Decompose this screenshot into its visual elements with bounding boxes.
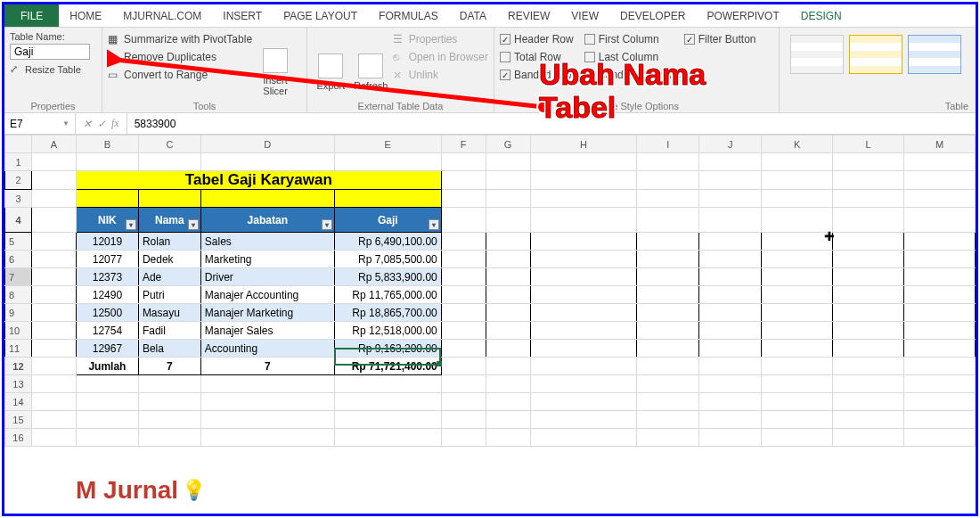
col-M[interactable]: M [904, 136, 976, 153]
refresh-icon [358, 53, 383, 78]
row-11[interactable]: 11 [5, 340, 32, 358]
pivot-icon: ▦ [108, 33, 120, 45]
ribbon-tabs: FILE HOME MJURNAL.COM INSERT PAGE LAYOUT… [4, 4, 976, 28]
group-styles-label: Table [780, 101, 976, 111]
resize-table-button[interactable]: ⤢Resize Table [10, 63, 96, 76]
row-4[interactable]: 4 [5, 208, 32, 233]
filter-icon[interactable]: ▾ [126, 219, 136, 230]
row-13[interactable]: 13 [5, 375, 32, 393]
accept-formula-icon[interactable]: ✓ [97, 118, 106, 130]
row-15[interactable]: 15 [5, 411, 32, 429]
hdr-gaji[interactable]: Gaji▾ [334, 208, 441, 233]
col-E[interactable]: E [334, 136, 441, 153]
annotation-text: Ubah Nama Tabel [539, 58, 706, 125]
tab-mjurnal[interactable]: MJURNAL.COM [112, 4, 212, 27]
table-title: Tabel Gaji Karyawan [76, 171, 441, 190]
col-D[interactable]: D [200, 136, 334, 153]
row-16[interactable]: 16 [5, 429, 32, 447]
export-icon [318, 53, 343, 78]
table-name-label: Table Name: [10, 31, 96, 42]
row-10[interactable]: 10 [5, 322, 32, 340]
chk-header-row[interactable]: ✓Header Row [500, 31, 581, 47]
hdr-nama[interactable]: Nama▾ [138, 208, 200, 233]
bulb-icon: 💡 [182, 479, 206, 502]
col-A[interactable]: A [31, 136, 76, 153]
ribbon: Table Name: ⤢Resize Table Properties ▦Su… [4, 28, 976, 113]
chk-filter-button[interactable]: ✓Filter Button [684, 31, 756, 47]
tab-design[interactable]: DESIGN [790, 4, 853, 27]
fx-icon[interactable]: fx [111, 117, 119, 130]
tab-review[interactable]: REVIEW [497, 4, 560, 27]
unlink-icon: ⤫ [393, 69, 405, 81]
group-external-label: External Table Data [307, 101, 494, 111]
select-all-corner[interactable] [5, 136, 32, 153]
resize-icon: ⤢ [10, 63, 22, 76]
filter-icon[interactable]: ▾ [322, 219, 332, 230]
row-5[interactable]: 5 [5, 233, 32, 251]
col-B[interactable]: B [76, 136, 138, 153]
group-properties-label: Properties [4, 101, 102, 111]
row-9[interactable]: 9 [5, 304, 32, 322]
col-H[interactable]: H [530, 136, 637, 153]
table-style-2[interactable] [849, 35, 902, 74]
row-3[interactable]: 3 [5, 190, 32, 208]
convert-to-range[interactable]: ▭Convert to Range [108, 67, 252, 83]
ext-properties: ☰Properties [393, 31, 488, 47]
tab-formulas[interactable]: FORMULAS [368, 4, 449, 27]
row-1[interactable]: 1 [5, 153, 32, 171]
filter-icon[interactable]: ▾ [429, 219, 439, 230]
tab-developer[interactable]: DEVELOPER [609, 4, 696, 27]
summarize-pivottable[interactable]: ▦Summarize with PivotTable [108, 31, 252, 47]
browser-icon: ⎋ [393, 51, 405, 63]
col-I[interactable]: I [637, 136, 699, 153]
table-name-input[interactable] [10, 44, 90, 60]
dedup-icon: ⎘ [108, 51, 120, 63]
watermark: M Jurnal💡 [76, 476, 206, 505]
unlink: ⤫Unlink [393, 67, 488, 83]
table-style-3[interactable] [908, 35, 961, 74]
range-icon: ▭ [108, 69, 120, 81]
chk-first-col[interactable]: First Column [584, 31, 681, 47]
filter-icon[interactable]: ▾ [188, 219, 199, 230]
row-8[interactable]: 8 [5, 286, 32, 304]
namebox-dropdown-icon[interactable]: ▼ [62, 119, 69, 127]
tab-home[interactable]: HOME [59, 4, 112, 27]
cursor-icon: ✚ [824, 229, 835, 243]
props-icon: ☰ [393, 33, 405, 45]
name-box[interactable]: E7▼ [4, 113, 76, 134]
col-G[interactable]: G [486, 136, 530, 153]
tab-insert[interactable]: INSERT [212, 4, 273, 27]
col-C[interactable]: C [138, 136, 200, 153]
hdr-jabatan[interactable]: Jabatan▾ [200, 208, 334, 233]
tab-pagelayout[interactable]: PAGE LAYOUT [273, 4, 368, 27]
slicer-icon [263, 48, 288, 73]
worksheet[interactable]: A B C D E F G H I J K L M 1 2Tabel Gaji … [4, 135, 976, 514]
tab-powerpivot[interactable]: POWERPIVOT [696, 4, 789, 27]
row-7[interactable]: 7 [5, 268, 32, 286]
col-F[interactable]: F [441, 136, 486, 153]
table-style-1[interactable] [790, 35, 844, 74]
remove-duplicates[interactable]: ⎘Remove Duplicates [108, 49, 252, 65]
tab-view[interactable]: VIEW [560, 4, 609, 27]
row-12[interactable]: 12 [5, 358, 32, 375]
tab-data[interactable]: DATA [449, 4, 497, 27]
formula-bar: E7▼ ✕ ✓ fx 5833900 [4, 113, 976, 135]
col-K[interactable]: K [762, 136, 833, 153]
row-14[interactable]: 14 [5, 393, 32, 411]
col-J[interactable]: J [699, 136, 762, 153]
tab-file[interactable]: FILE [4, 4, 59, 27]
group-tools-label: Tools [102, 101, 306, 111]
col-L[interactable]: L [833, 136, 904, 153]
cancel-formula-icon[interactable]: ✕ [83, 118, 92, 130]
hdr-nik[interactable]: NIK▾ [76, 208, 138, 233]
row-6[interactable]: 6 [5, 251, 32, 268]
open-in-browser: ⎋Open in Browser [393, 49, 488, 65]
row-2[interactable]: 2 [5, 171, 32, 190]
